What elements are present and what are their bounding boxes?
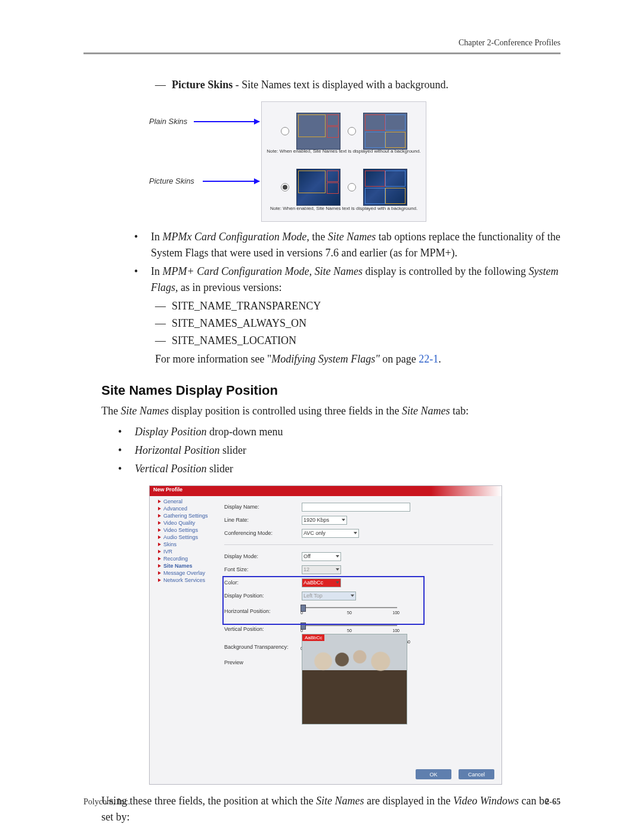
- note-picture: Note: When enabled, Site Names text is d…: [262, 206, 426, 211]
- bgtrans-label: Background Transparency:: [224, 644, 302, 650]
- plain-skins-label: Plain Skins: [149, 117, 187, 126]
- button-bar: OK Cancel: [416, 769, 494, 779]
- header-rule: [83, 52, 561, 54]
- note-plain: Note: When enabled, Site Names text is d…: [262, 148, 426, 154]
- hpos-label: Horizontal Position:: [224, 608, 302, 614]
- sidebar-item-recording[interactable]: Recording: [153, 555, 219, 562]
- item-horizontal: •Horizontal Position slider: [101, 442, 561, 459]
- sidebar-item-ivr[interactable]: IVR: [153, 548, 219, 555]
- item-display-position: •Display Position drop-down menu: [101, 424, 561, 440]
- chevron-icon: [158, 500, 161, 503]
- display-name-label: Display Name:: [224, 504, 302, 510]
- ok-button[interactable]: OK: [416, 769, 451, 779]
- disp-mode-label: Display Mode:: [224, 553, 302, 559]
- bullet-mpmplus: • In MPM+ Card Configuration Mode, Site …: [101, 264, 561, 296]
- dialog-title: New Profile: [150, 486, 501, 496]
- sidebar-item-message-overlay[interactable]: Message Overlay: [153, 569, 219, 577]
- color-select[interactable]: AaBbCc: [302, 578, 341, 587]
- flag-1: —SITE_NAME_TRANSPARENCY: [101, 298, 561, 314]
- sidebar-item-video-settings[interactable]: Video Settings: [153, 527, 219, 534]
- bullet-mpmx: • In MPMx Card Configuration Mode, the S…: [101, 229, 561, 261]
- cancel-button[interactable]: Cancel: [459, 769, 494, 779]
- footer-company: Polycom, Inc.: [83, 797, 130, 807]
- picture-skins-text: - Site Names text is displayed with a ba…: [233, 79, 448, 91]
- sidebar-item-network-services[interactable]: Network Services: [153, 577, 219, 584]
- radio-picture-2[interactable]: [348, 183, 356, 191]
- picture-skins-intro: — Picture Skins - Site Names text is dis…: [101, 77, 561, 93]
- sidebar-item-audio-settings[interactable]: Audio Settings: [153, 534, 219, 541]
- flag-2: —SITE_NAMES_ALWAYS_ON: [101, 315, 561, 332]
- plain-tile-1: [296, 113, 340, 150]
- arrow-plain: [194, 121, 259, 122]
- sidebar-item-general[interactable]: General: [153, 498, 219, 505]
- skins-box: Note: When enabled, Site Names text is d…: [261, 101, 426, 222]
- display-name-input[interactable]: [302, 503, 410, 512]
- radio-plain-2[interactable]: [348, 127, 356, 135]
- disp-mode-select[interactable]: Off: [302, 552, 341, 561]
- skins-figure: Plain Skins Picture Skins Not: [101, 101, 561, 221]
- page-content: — Picture Skins - Site Names text is dis…: [101, 75, 561, 830]
- radio-picture[interactable]: [281, 183, 289, 191]
- flag-3: —SITE_NAMES_LOCATION: [101, 333, 561, 349]
- sidebar-item-video-quality[interactable]: Video Quality: [153, 519, 219, 527]
- preview-image: AaBbCc: [302, 634, 407, 724]
- line-rate-label: Line Rate:: [224, 517, 302, 523]
- font-size-label: Font Size:: [224, 566, 302, 572]
- picture-skins-label: Picture Skins: [149, 176, 194, 185]
- vpos-label: Vertical Position:: [224, 626, 302, 632]
- line-rate-select[interactable]: 1920 Kbps: [302, 516, 347, 525]
- sidebar-item-advanced[interactable]: Advanced: [153, 505, 219, 512]
- color-label: Color:: [224, 580, 302, 586]
- pic-tile-1: [296, 169, 340, 206]
- page-header: Chapter 2-Conference Profiles: [459, 38, 561, 48]
- dialog-sidebar: General Advanced Gathering Settings Vide…: [153, 498, 219, 584]
- radio-plain[interactable]: [281, 127, 289, 135]
- picture-skins-bold: Picture Skins: [172, 79, 233, 91]
- item-vertical: •Vertical Position slider: [101, 461, 561, 477]
- sidebar-item-gathering[interactable]: Gathering Settings: [153, 512, 219, 519]
- preview-label: Preview: [224, 659, 302, 665]
- font-size-select[interactable]: 12: [302, 565, 341, 574]
- people-photo: [302, 634, 407, 724]
- footer-page: 2-65: [545, 797, 561, 807]
- hpos-slider[interactable]: 0 50 100: [302, 605, 397, 617]
- conf-mode-label: Conferencing Mode:: [224, 530, 302, 536]
- disp-pos-label: Display Position:: [224, 593, 302, 599]
- new-profile-dialog: New Profile General Advanced Gathering S…: [149, 485, 502, 785]
- page-link[interactable]: 22-1: [419, 353, 438, 365]
- closing-para: Using these three fields, the position a…: [101, 793, 561, 825]
- disp-pos-select[interactable]: Left Top: [302, 592, 356, 600]
- arrow-picture: [203, 181, 259, 182]
- vpos-slider[interactable]: 0 50 100: [302, 623, 397, 635]
- more-info: For more information see "Modifying Syst…: [101, 351, 561, 367]
- sidebar-item-site-names[interactable]: Site Names: [153, 562, 219, 569]
- section-intro: The Site Names display position is contr…: [101, 403, 561, 419]
- conf-mode-select[interactable]: AVC only: [302, 529, 359, 538]
- preview-tag: AaBbCc: [302, 634, 324, 641]
- pic-tile-2: [363, 169, 407, 206]
- sidebar-item-skins[interactable]: Skins: [153, 541, 219, 548]
- dash: —: [155, 77, 172, 93]
- section-heading: Site Names Display Position: [101, 383, 561, 398]
- plain-tile-2: [363, 113, 407, 150]
- chevron-down-icon: [342, 519, 345, 521]
